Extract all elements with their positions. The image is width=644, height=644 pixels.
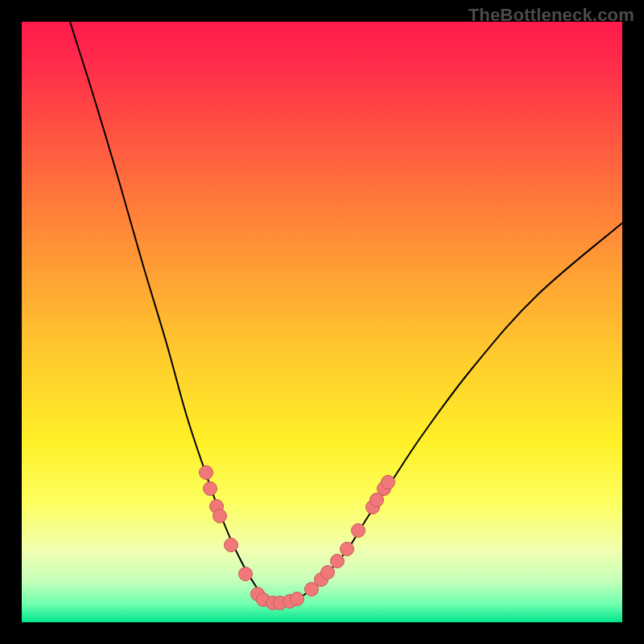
marker-dots (200, 466, 395, 610)
marker-dot (382, 476, 395, 489)
marker-dot (341, 543, 354, 556)
marker-dot (213, 510, 227, 523)
marker-dot (352, 524, 365, 538)
bottleneck-curve (70, 22, 622, 603)
chart-frame: TheBottleneck.com (0, 0, 644, 644)
plot-area (22, 22, 622, 622)
marker-dot (225, 539, 238, 552)
marker-dot (239, 568, 253, 581)
marker-dot (331, 555, 345, 568)
marker-dot (321, 566, 335, 580)
marker-dot (291, 592, 304, 606)
marker-dot (200, 466, 213, 480)
watermark-text: TheBottleneck.com (469, 5, 634, 26)
curve-svg (22, 22, 622, 622)
marker-dot (204, 482, 217, 496)
